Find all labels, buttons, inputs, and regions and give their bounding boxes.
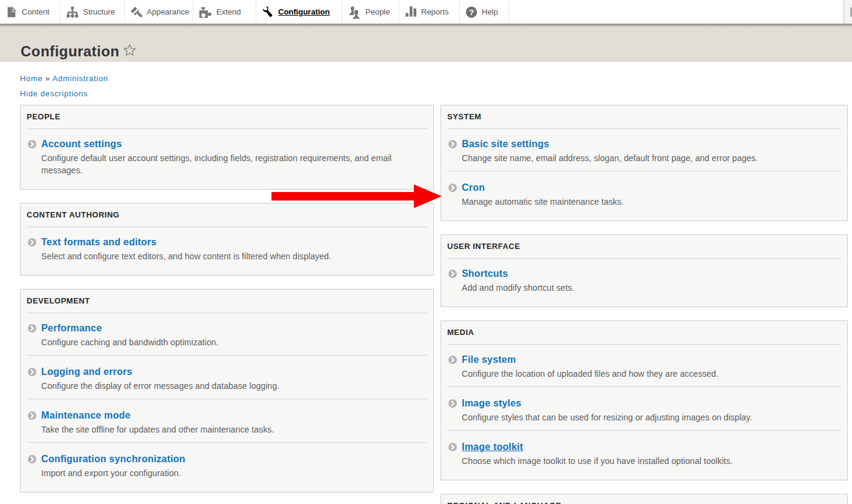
svg-text:?: ? xyxy=(469,7,474,16)
